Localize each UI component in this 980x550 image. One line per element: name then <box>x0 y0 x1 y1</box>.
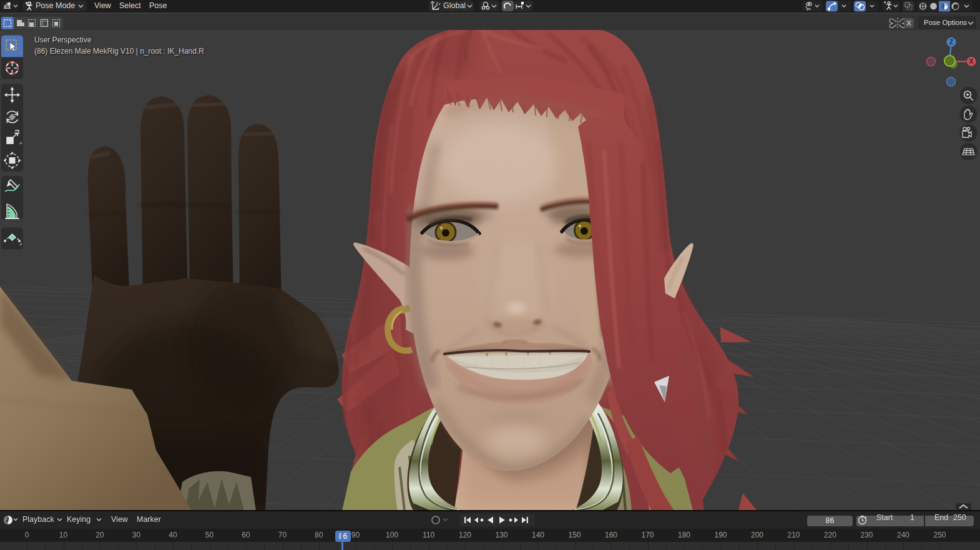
svg-text:Z: Z <box>949 39 953 46</box>
svg-text:X: X <box>969 58 974 65</box>
